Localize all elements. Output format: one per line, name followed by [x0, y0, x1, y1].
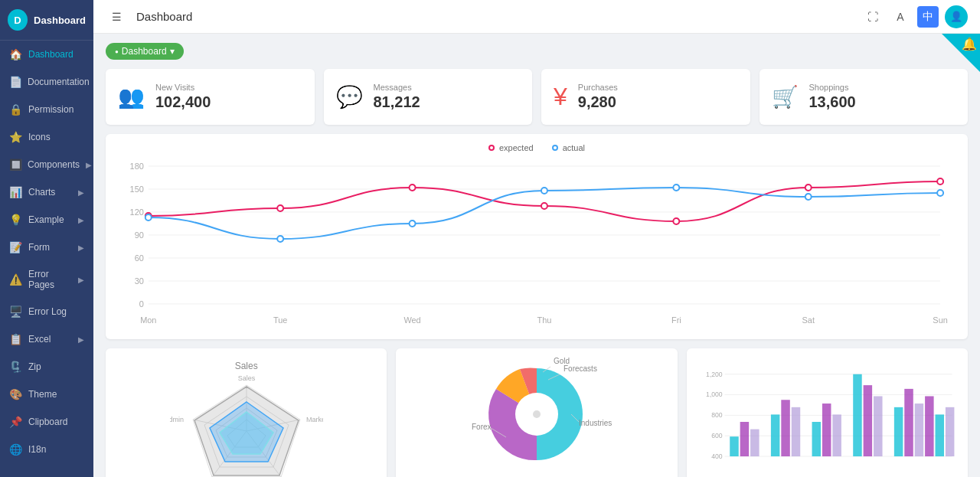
svg-text:1,200: 1,200: [706, 371, 723, 378]
breadcrumb-item[interactable]: ● Dashboard ▾: [106, 43, 184, 60]
svg-point-31: [541, 188, 547, 194]
stat-info-new-visits: New Visits 102,400: [155, 83, 211, 111]
svg-rect-82: [863, 385, 871, 456]
sidebar-item-documentation[interactable]: 📄 Documentation: [0, 68, 93, 96]
main-area: ☰ Dashboard ⛶ A 中 👤 🔔 ● Dashboard ▾ 👥: [93, 0, 980, 477]
sidebar-label-permission: Permission: [28, 104, 84, 115]
svg-text:Forecasts: Forecasts: [564, 364, 597, 373]
svg-text:Industries: Industries: [579, 419, 612, 427]
stat-info-purchases: Purchases 9,280: [578, 83, 618, 111]
svg-text:180: 180: [130, 162, 144, 171]
stat-label-purchases: Purchases: [578, 83, 618, 92]
sidebar-label-zip: Zip: [28, 361, 84, 372]
svg-text:800: 800: [711, 411, 723, 419]
stat-label-shoppings: Shoppings: [809, 83, 856, 92]
svg-text:Sun: Sun: [933, 315, 947, 325]
user-avatar[interactable]: 👤: [945, 5, 968, 28]
svg-text:Mon: Mon: [140, 315, 156, 325]
svg-rect-79: [822, 403, 831, 456]
sidebar-arrow-form: ▶: [78, 243, 84, 252]
stat-card-purchases: ¥ Purchases 9,280: [541, 69, 750, 125]
donut-svg: Forecasts Gold Forex Industries: [430, 353, 644, 475]
sidebar-label-components: Components: [28, 159, 80, 170]
legend-actual: actual: [552, 143, 585, 152]
radar-svg: Sales Marketing Development Info Tech Ad…: [170, 370, 323, 477]
svg-rect-75: [771, 414, 779, 456]
stat-icon-new-visits: 👥: [118, 84, 145, 109]
sidebar-item-example[interactable]: 💡 Example ▶: [0, 206, 93, 234]
breadcrumb-arrow: ▾: [170, 46, 175, 57]
sidebar-icon-example: 💡: [9, 214, 22, 226]
svg-rect-83: [874, 396, 882, 456]
sidebar-item-icons[interactable]: ⭐ Icons: [0, 123, 93, 151]
svg-point-23: [410, 185, 416, 191]
sidebar-icon-permission: 🔒: [9, 103, 22, 116]
svg-text:600: 600: [711, 432, 723, 439]
sidebar-item-components[interactable]: 🔲 Components ▶: [0, 151, 93, 178]
svg-text:30: 30: [135, 276, 144, 286]
content-area: 🔔 ● Dashboard ▾ 👥 New Visits 102,400 💬 M…: [93, 34, 980, 477]
stat-value-purchases: 9,280: [578, 93, 618, 111]
stat-icon-messages: 💬: [336, 84, 363, 109]
svg-rect-85: [904, 389, 913, 456]
svg-rect-78: [812, 422, 820, 456]
svg-text:120: 120: [130, 207, 144, 217]
svg-text:Marketing: Marketing: [306, 416, 323, 423]
sidebar-item-i18n[interactable]: 🌐 I18n: [0, 436, 93, 463]
translate-button[interactable]: A: [890, 6, 911, 28]
sidebar-icon-excel: 📋: [9, 333, 22, 345]
sidebar-item-excel[interactable]: 📋 Excel ▶: [0, 325, 93, 353]
svg-text:Tue: Tue: [273, 315, 287, 325]
svg-text:150: 150: [130, 185, 144, 194]
svg-text:Forex: Forex: [472, 423, 492, 431]
svg-point-32: [673, 185, 679, 191]
stat-icon-shoppings: 🛒: [772, 84, 799, 109]
stat-card-shoppings: 🛒 Shoppings 13,600: [760, 69, 969, 125]
svg-rect-86: [914, 403, 923, 456]
bar-chart-card: 1,200 1,000 800 600 400: [687, 348, 968, 477]
svg-point-53: [533, 410, 541, 418]
sidebar-item-form[interactable]: 📝 Form ▶: [0, 234, 93, 261]
breadcrumb-dot: ●: [115, 48, 119, 55]
sidebar-logo[interactable]: D Dashboard: [0, 0, 93, 41]
sidebar-item-dashboard[interactable]: 🏠 Dashboard: [0, 41, 93, 68]
sidebar-arrow-excel: ▶: [78, 335, 84, 344]
sidebar-item-theme[interactable]: 🎨 Theme: [0, 381, 93, 408]
stat-label-new-visits: New Visits: [155, 83, 211, 92]
svg-rect-81: [853, 374, 861, 456]
svg-rect-76: [781, 400, 789, 456]
lang-button[interactable]: 中: [917, 6, 939, 28]
svg-point-24: [541, 203, 547, 209]
svg-point-26: [805, 185, 812, 191]
fullscreen-button[interactable]: ⛶: [862, 6, 884, 28]
legend-actual-label: actual: [563, 143, 585, 152]
sidebar-item-charts[interactable]: 📊 Charts ▶: [0, 178, 93, 206]
sidebar-arrow-example: ▶: [78, 216, 84, 224]
svg-text:Gold: Gold: [554, 357, 570, 365]
bottom-row: Sales: [106, 348, 968, 477]
sidebar-item-clipboard[interactable]: 📌 Clipboard: [0, 408, 93, 436]
svg-text:Wed: Wed: [403, 315, 420, 325]
chart-legend: expected actual: [118, 143, 956, 152]
sidebar-item-error-log[interactable]: 🖥️ Error Log: [0, 298, 93, 325]
svg-text:Fri: Fri: [671, 315, 681, 325]
sidebar-items-container: 🏠 Dashboard 📄 Documentation 🔒 Permission…: [0, 41, 93, 463]
sidebar-label-error-log: Error Log: [28, 306, 84, 317]
svg-point-29: [277, 236, 283, 242]
legend-expected-icon: [488, 145, 495, 151]
sidebar-label-form: Form: [28, 242, 72, 253]
sidebar-item-permission[interactable]: 🔒 Permission: [0, 96, 93, 123]
sidebar-label-example: Example: [28, 214, 72, 225]
svg-point-22: [277, 205, 283, 211]
sidebar-item-error-pages[interactable]: ⚠️ Error Pages ▶: [0, 261, 93, 298]
hamburger-button[interactable]: ☰: [106, 6, 127, 28]
stats-row: 👥 New Visits 102,400 💬 Messages 81,212 ¥…: [106, 69, 968, 125]
sidebar-item-zip[interactable]: 🗜️ Zip: [0, 353, 93, 381]
stat-card-messages: 💬 Messages 81,212: [324, 69, 533, 125]
stat-value-new-visits: 102,400: [155, 93, 211, 111]
sidebar-icon-components: 🔲: [9, 158, 21, 171]
svg-text:90: 90: [135, 230, 144, 240]
donut-chart-card: Forecasts Gold Forex Industries: [396, 348, 677, 477]
stat-info-shoppings: Shoppings 13,600: [809, 83, 856, 111]
sidebar-icon-dashboard: 🏠: [9, 48, 22, 60]
